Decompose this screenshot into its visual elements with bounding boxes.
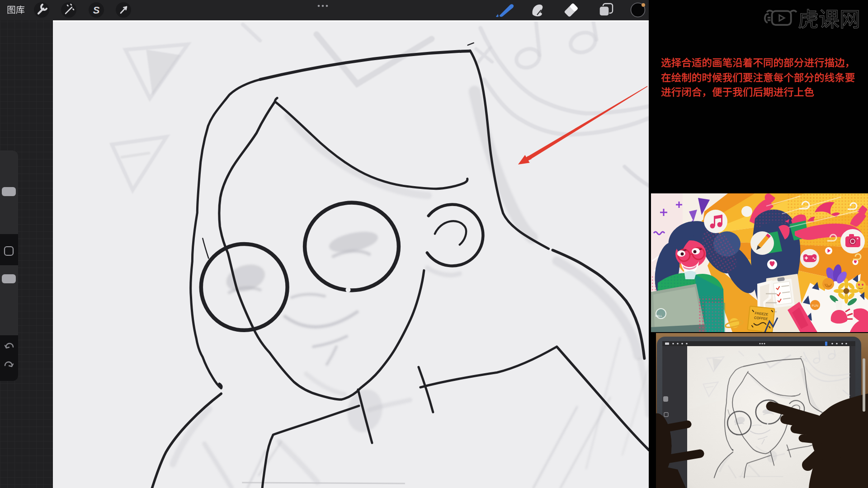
svg-text:DELL: DELL: [655, 314, 662, 317]
svg-text:S: S: [93, 5, 100, 16]
svg-text:FUN: FUN: [812, 304, 818, 307]
